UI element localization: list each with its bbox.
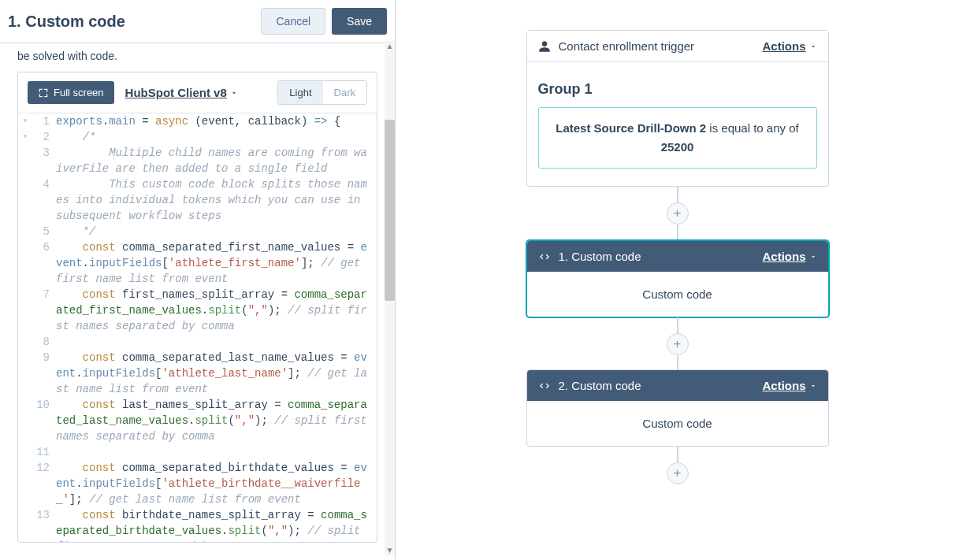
code-content[interactable]: /* xyxy=(56,129,377,145)
trigger-actions-dropdown[interactable]: Actions xyxy=(762,39,816,53)
code-line[interactable]: 11 xyxy=(18,444,377,460)
fold-toggle[interactable]: ▾ xyxy=(18,129,32,145)
code-content[interactable]: const first_names_split_array = comma_se… xyxy=(56,287,377,334)
code-editor[interactable]: ▾1exports.main = async (event, callback)… xyxy=(18,113,377,542)
fold-toggle xyxy=(18,350,32,397)
line-number: 1 xyxy=(32,113,56,129)
criteria-property: Latest Source Drill-Down 2 xyxy=(556,121,706,135)
scroll-thumb[interactable] xyxy=(385,120,395,301)
line-number: 7 xyxy=(32,287,56,334)
code-line[interactable]: 9 const comma_separated_last_name_values… xyxy=(18,350,377,397)
line-number: 6 xyxy=(32,239,56,287)
code-line[interactable]: 4 This custom code block splits those na… xyxy=(18,176,377,224)
code-content[interactable] xyxy=(56,334,377,350)
code-content[interactable]: const last_names_split_array = comma_sep… xyxy=(56,397,377,444)
chevron-down-icon xyxy=(809,43,817,50)
step-body: Custom code xyxy=(527,272,828,317)
fold-toggle xyxy=(18,287,32,334)
workflow-step-card[interactable]: 1. Custom codeActionsCustom code xyxy=(526,240,829,317)
description-text: be solved with code. xyxy=(17,50,117,62)
criteria-value: 25200 xyxy=(661,140,694,154)
fold-toggle xyxy=(18,334,32,350)
code-line[interactable]: ▾1exports.main = async (event, callback)… xyxy=(18,113,377,129)
line-number: 3 xyxy=(32,145,56,176)
contact-icon xyxy=(538,40,551,53)
fold-toggle xyxy=(18,460,32,507)
panel-description: be solved with code. xyxy=(0,43,395,72)
workflow-canvas[interactable]: Contact enrollment trigger Actions Group… xyxy=(396,0,959,560)
header-buttons: Cancel Save xyxy=(261,8,387,35)
code-line[interactable]: 3 Multiple child names are coming from w… xyxy=(18,145,377,176)
workflow-step-card[interactable]: 2. Custom codeActionsCustom code xyxy=(526,369,829,447)
panel-scrollbar[interactable]: ▲ ▼ xyxy=(385,41,395,555)
code-icon xyxy=(538,380,551,392)
step-actions-dropdown[interactable]: Actions xyxy=(762,250,816,263)
fullscreen-button[interactable]: Full screen xyxy=(28,81,114,104)
code-content[interactable]: const comma_separated_first_name_values … xyxy=(56,239,377,287)
connector-line xyxy=(677,355,678,369)
theme-toggle: Light Dark xyxy=(277,80,367,105)
trigger-card-header: Contact enrollment trigger Actions xyxy=(527,31,828,62)
client-version-label: HubSpot Client v8 xyxy=(125,86,227,99)
fold-toggle xyxy=(18,176,32,224)
add-step-button[interactable]: + xyxy=(667,202,689,224)
trigger-body: Group 1 Latest Source Drill-Down 2 is eq… xyxy=(527,62,828,186)
step-card-header: 1. Custom codeActions xyxy=(527,241,828,272)
code-line[interactable]: 6 const comma_separated_first_name_value… xyxy=(18,239,377,287)
code-line[interactable]: ▾2 /* xyxy=(18,129,377,145)
scroll-down-arrow[interactable]: ▼ xyxy=(385,545,395,555)
code-content[interactable]: Multiple child names are coming from wai… xyxy=(56,145,377,176)
code-content[interactable]: exports.main = async (event, callback) =… xyxy=(56,113,377,129)
scroll-up-arrow[interactable]: ▲ xyxy=(385,41,395,51)
step-title: 2. Custom code xyxy=(559,379,641,392)
code-line[interactable]: 5 */ xyxy=(18,224,377,239)
actions-label: Actions xyxy=(762,39,805,53)
add-step-button[interactable]: + xyxy=(667,462,689,484)
line-number: 11 xyxy=(32,444,56,460)
code-container: Full screen HubSpot Client v8 Light Dark… xyxy=(17,72,377,543)
code-line[interactable]: 13 const birthdate_names_split_array = c… xyxy=(18,507,377,542)
connector-line xyxy=(677,224,678,240)
code-content[interactable]: const comma_separated_birthdate_values =… xyxy=(56,460,377,507)
fold-toggle xyxy=(18,239,32,287)
code-line[interactable]: 7 const first_names_split_array = comma_… xyxy=(18,287,377,334)
step-actions-dropdown[interactable]: Actions xyxy=(762,379,816,392)
line-number: 8 xyxy=(32,334,56,350)
client-version-dropdown[interactable]: HubSpot Client v8 xyxy=(125,86,238,99)
step-body: Custom code xyxy=(527,401,828,446)
theme-light-option[interactable]: Light xyxy=(278,81,322,104)
trigger-group-title: Group 1 xyxy=(538,81,817,98)
line-number: 5 xyxy=(32,224,56,239)
workflow-column: Contact enrollment trigger Actions Group… xyxy=(526,30,829,484)
code-icon xyxy=(538,250,551,263)
panel-title: 1. Custom code xyxy=(8,13,125,31)
trigger-card[interactable]: Contact enrollment trigger Actions Group… xyxy=(526,30,829,187)
code-content[interactable] xyxy=(56,444,377,460)
code-content[interactable]: */ xyxy=(56,224,377,239)
save-button[interactable]: Save xyxy=(332,8,387,35)
trigger-criteria[interactable]: Latest Source Drill-Down 2 is equal to a… xyxy=(538,107,817,169)
line-number: 9 xyxy=(32,350,56,397)
fold-toggle xyxy=(18,224,32,239)
toolbar-left: Full screen HubSpot Client v8 xyxy=(28,81,238,104)
code-content[interactable]: const comma_separated_last_name_values =… xyxy=(56,350,377,397)
criteria-operator: is equal to any of xyxy=(706,121,799,135)
actions-label: Actions xyxy=(762,250,805,263)
line-number: 13 xyxy=(32,507,56,542)
fold-toggle xyxy=(18,507,32,542)
code-line[interactable]: 10 const last_names_split_array = comma_… xyxy=(18,397,377,444)
code-line[interactable]: 12 const comma_separated_birthdate_value… xyxy=(18,460,377,507)
connector-line xyxy=(677,447,678,462)
code-content[interactable]: This custom code block splits those name… xyxy=(56,176,377,224)
connector-line xyxy=(677,317,678,333)
theme-dark-option[interactable]: Dark xyxy=(323,81,366,104)
add-step-button[interactable]: + xyxy=(667,333,689,355)
fold-toggle[interactable]: ▾ xyxy=(18,113,32,129)
code-content[interactable]: const birthdate_names_split_array = comm… xyxy=(56,507,377,542)
fold-toggle xyxy=(18,145,32,176)
code-toolbar: Full screen HubSpot Client v8 Light Dark xyxy=(18,72,377,113)
cancel-button[interactable]: Cancel xyxy=(261,8,325,35)
code-line[interactable]: 8 xyxy=(18,334,377,350)
trigger-title: Contact enrollment trigger xyxy=(559,39,695,53)
fold-toggle xyxy=(18,444,32,460)
